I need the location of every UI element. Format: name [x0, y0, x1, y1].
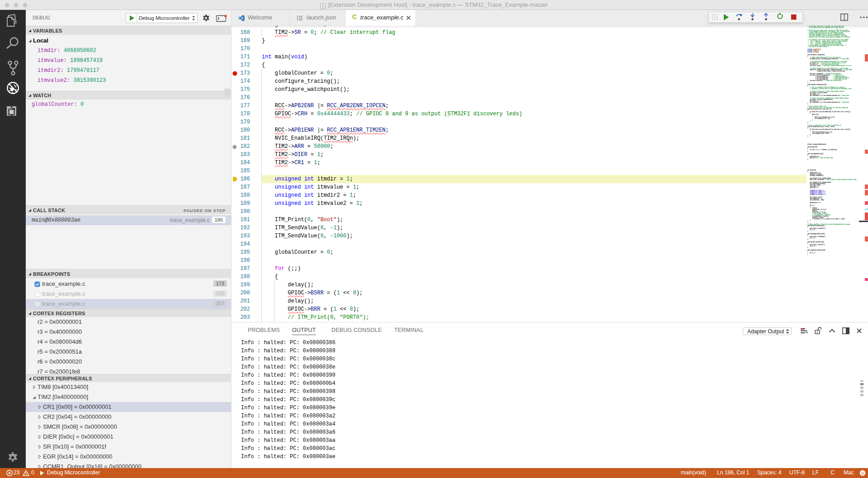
svg-text:Debug Microcontroller: Debug Microcontroller	[139, 15, 190, 21]
